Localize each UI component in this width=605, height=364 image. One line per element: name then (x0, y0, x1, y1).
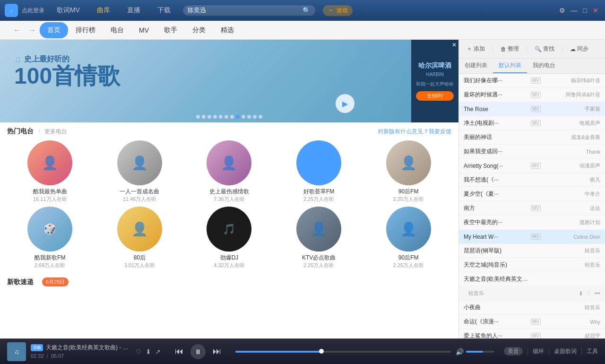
back-arrow[interactable]: ← (9, 24, 25, 36)
like-button[interactable]: ♡ (136, 348, 142, 355)
banner-dot[interactable] (225, 115, 228, 119)
nav-library[interactable]: 曲库 (93, 4, 114, 17)
radio-item[interactable]: 👤 KTV必点歌曲 2.25万人在听 (276, 207, 362, 269)
mv-icon[interactable]: MV (531, 319, 541, 325)
radio-item-play[interactable]: ▶ 好歌荟萃FM 2.25万人在听 (276, 140, 362, 203)
banner-play-button[interactable]: ▶ (336, 94, 354, 113)
new-song-item[interactable]: +3 (276, 291, 362, 329)
mv-icon[interactable]: MV (531, 333, 541, 338)
settings-icon[interactable]: ⚙ (557, 5, 567, 16)
next-button[interactable]: ⏭ (213, 347, 221, 356)
tools-button[interactable]: 工具 (587, 347, 598, 355)
banner-dot[interactable] (247, 115, 251, 119)
playlist-item[interactable]: 小夜曲 轻音乐 (459, 301, 605, 315)
radio-item[interactable]: 👤 酷我最热单曲 16.11万人在听 (7, 140, 93, 203)
like-icon[interactable]: ♡ (586, 290, 591, 297)
mv-icon[interactable]: MV (531, 205, 541, 211)
share-button[interactable]: ↗ (155, 348, 161, 355)
add-button[interactable]: ＋ 添加 (464, 43, 488, 54)
progress-dot[interactable] (319, 349, 324, 354)
playlist-item[interactable]: The Rose MV 手家葵 (459, 102, 605, 116)
tab-myradio[interactable]: 我的电台 (527, 59, 561, 73)
playlist-item[interactable]: 夜空中最亮的··· 逃跑计划 (459, 216, 605, 230)
tab-create[interactable]: 创建列表 (459, 59, 493, 73)
play-pause-button[interactable]: ⏸ (190, 344, 206, 359)
volume-icon[interactable]: 🔊 (456, 348, 464, 355)
volume-bar[interactable] (466, 351, 494, 353)
banner-dot[interactable] (202, 115, 206, 119)
mv-icon[interactable]: MV (531, 106, 541, 112)
playlist-item[interactable]: 净土(电视剧··· MV 电视原声 (459, 116, 605, 130)
playlist-item[interactable]: 命运(《浪漫··· MV Why (459, 315, 605, 329)
nav-lyrics-mv[interactable]: 歌词MV (53, 4, 84, 17)
nav-live[interactable]: 直播 (123, 4, 144, 17)
playlist-item[interactable]: My Heart W··· MV Celine Dion (459, 230, 605, 244)
mv-icon[interactable]: MV (531, 234, 541, 240)
maximize-button[interactable]: □ (581, 5, 589, 16)
playlist-item[interactable]: 南方 MV 达达 (459, 201, 605, 216)
radio-item[interactable]: 👤 80后 3.01万人在听 (97, 207, 183, 269)
subnav-category[interactable]: 分类 (185, 22, 213, 38)
banner-dot[interactable] (253, 115, 257, 119)
new-song-item[interactable]: +3 (7, 291, 93, 329)
subnav-radio[interactable]: 电台 (103, 22, 131, 38)
nav-download[interactable]: 下载 (154, 4, 174, 17)
playlist-item[interactable]: 爱上鲨鱼的人··· MV 赵冠宇 (459, 329, 605, 338)
banner-dot[interactable] (213, 115, 217, 119)
banner-dot[interactable] (207, 115, 211, 119)
banner-dot[interactable] (196, 115, 200, 119)
mv-icon[interactable]: MV (531, 92, 541, 98)
playlist-item[interactable]: 如果我变成回··· Thank (459, 145, 605, 159)
download-button[interactable]: ⬇ (146, 348, 151, 355)
search-list-button[interactable]: 🔍 查找 (532, 43, 557, 54)
radio-item[interactable]: 🎲 酷我新歌FM 2.69万人在听 (7, 207, 93, 269)
new-song-item[interactable]: +3 (186, 291, 272, 329)
subnav-featured[interactable]: 精选 (213, 22, 242, 38)
forward-arrow[interactable]: → (25, 24, 40, 36)
mv-icon[interactable]: MV (531, 120, 541, 126)
playlist-item[interactable]: 美丽的神话 成龙&金喜善 (459, 130, 605, 145)
subnav-home[interactable]: 首页 (40, 22, 68, 38)
subnav-mv[interactable]: MV (131, 23, 156, 38)
playlist-item[interactable]: 天空之城(纯音乐) 轻音乐 (459, 258, 605, 272)
new-song-item[interactable]: +3 (365, 291, 451, 329)
banner-dot[interactable] (230, 115, 234, 119)
banner-dot[interactable] (219, 115, 223, 119)
close-button[interactable]: ✕ (591, 5, 600, 16)
banner-dot-active[interactable] (236, 115, 240, 119)
game-button[interactable]: 🎮 游戏 (323, 5, 353, 16)
radio-item[interactable]: 🎵 劲爆DJ 4.32万人在听 (186, 207, 272, 269)
search-icon[interactable]: 🔍 (302, 7, 311, 14)
tab-default[interactable]: 默认列表 (493, 59, 527, 73)
playlist-item[interactable]: 琵琶语(钢琴版) 轻音乐 (459, 244, 605, 258)
mv-icon[interactable]: MV (531, 78, 541, 84)
loop-button[interactable]: 循环 (533, 347, 544, 355)
banner-ad-close[interactable]: ✕ (452, 42, 457, 48)
subnav-singer[interactable]: 歌手 (156, 22, 185, 38)
playlist-item[interactable]: 我不想逃(《··· 棋凡 (459, 173, 605, 187)
search-input[interactable] (188, 7, 302, 14)
download-icon[interactable]: ⬇ (579, 290, 583, 297)
playlist-item[interactable]: 最坏的时候遇··· MV 阿鲁阿卓&叶蓓 (459, 88, 605, 102)
manage-button[interactable]: 🗑 整理 (498, 43, 522, 54)
subnav-chart[interactable]: 排行榜 (68, 22, 103, 38)
radio-item[interactable]: 👤 史上最伤感情歌 7.36万人在听 (186, 140, 272, 203)
desktop-lyrics-button[interactable]: 桌面歌词 (554, 347, 577, 355)
playlist-item[interactable]: 天籁之音(欧美经典英文歌曲) (459, 272, 605, 286)
banner-dot[interactable] (259, 115, 262, 119)
mv-icon[interactable]: MV (531, 163, 541, 169)
radio-item[interactable]: 👤 90后FM 2.25万人在听 (365, 207, 451, 269)
playlist-item[interactable]: 我们好像在哪··· MV 杨宗纬&叶蓓 (459, 74, 605, 88)
more-icon[interactable]: ••• (594, 290, 600, 297)
sound-effect-button[interactable]: 美音 (504, 347, 523, 355)
prev-button[interactable]: ⏮ (175, 347, 183, 356)
radio-item[interactable]: 👤 一人一首成名曲 11.46万人在听 (97, 140, 183, 203)
progress-bar[interactable] (235, 351, 451, 353)
banner-dot[interactable] (242, 115, 245, 119)
sync-button[interactable]: ☁ 同步 (567, 43, 591, 54)
playlist-item[interactable]: Arrietty Song(··· MV 动漫原声 (459, 159, 605, 173)
ad-cta[interactable]: 去拍MV (416, 91, 454, 101)
new-song-item[interactable]: +3 (97, 291, 183, 329)
playlist-item[interactable]: 夏夕空(《夏··· 中孝介 (459, 187, 605, 201)
radio-item[interactable]: 👤 90后FM 2.25万人在听 (365, 140, 451, 203)
